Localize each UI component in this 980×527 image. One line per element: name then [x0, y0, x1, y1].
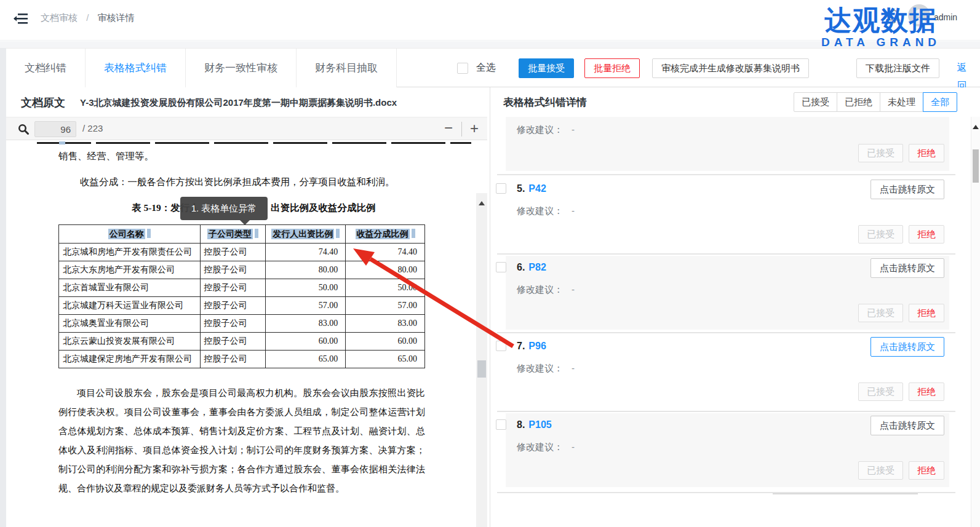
bell-icon[interactable]: [886, 8, 902, 25]
issue-page-link[interactable]: P42: [528, 183, 546, 194]
issue-card: 8.P105 点击跳转原文 修改建议：- 已接受 拒绝: [506, 413, 949, 487]
issue-title: 8.P105: [517, 419, 552, 430]
issue-checkbox[interactable]: [496, 419, 506, 430]
batch-accept-button[interactable]: 批量接受: [519, 58, 574, 78]
table-row: 北京城建保定房地产开发有限公司控股子公司65.0065.00: [59, 351, 425, 368]
doc-text-line: 销售、经营、管理等。: [58, 150, 154, 163]
tab-document-correction[interactable]: 文档纠错: [6, 49, 86, 87]
issue-card-active: 7.P96 点击跳转原文 修改建议：- 已接受 拒绝: [506, 335, 949, 408]
reject-button[interactable]: 拒绝: [909, 225, 944, 244]
actions-row: 已接受 拒绝: [858, 144, 944, 162]
item-separator: [497, 411, 955, 412]
breadcrumb: 文档审核 / 审核详情: [41, 12, 135, 24]
search-icon[interactable]: [17, 123, 30, 135]
panel-divider: [490, 87, 490, 527]
jump-to-source-button[interactable]: 点击跳转原文: [870, 416, 944, 435]
highlight-caret: [336, 229, 340, 238]
detail-panel-title: 表格格式纠错详情: [503, 95, 587, 109]
reject-button[interactable]: 拒绝: [909, 304, 944, 322]
breadcrumb-current: 审核详情: [98, 12, 135, 23]
jump-to-source-button[interactable]: 点击跳转原文: [870, 180, 944, 199]
highlight-caret: [412, 229, 415, 238]
issue-page-link[interactable]: P105: [528, 419, 551, 430]
table-caption-right: 出资比例及收益分成比例: [271, 202, 376, 215]
table-row: 北京城和房地产开发有限责任公司控股子公司74.4074.40: [59, 244, 425, 261]
suggestion-row: 修改建议：-: [517, 284, 575, 296]
tab-table-format-correction[interactable]: 表格格式纠错: [86, 49, 186, 87]
table-row: 北京城奥置业有限公司控股子公司83.0083.00: [59, 315, 425, 333]
item-separator: [497, 174, 955, 175]
filter-accepted[interactable]: 已接受: [794, 92, 837, 112]
document-pager-bar: / 223 − +: [6, 117, 487, 140]
issue-checkbox[interactable]: [496, 341, 506, 351]
suggestion-label: 修改建议：: [517, 124, 563, 135]
issue-checkbox[interactable]: [496, 262, 506, 272]
download-annotated-button[interactable]: 下载批注版文件: [856, 58, 939, 78]
issue-card-partial: 修改建议：- 已接受 拒绝: [506, 117, 949, 171]
table-header-cell: 公司名称: [59, 225, 201, 244]
status-filter-group: 已接受 已拒绝 未处理 全部: [794, 92, 957, 112]
table-header-cell: 子公司类型: [200, 225, 266, 244]
app-root: 文档审核 / 审核详情 admin 达观数据 DATA GRAND 文档纠错 表…: [0, 0, 980, 527]
suggestion-row: 修改建议：-: [517, 363, 575, 374]
jump-to-source-button[interactable]: 点击跳转原文: [870, 258, 944, 278]
collapse-menu-icon[interactable]: [12, 10, 30, 27]
tab-financial-consistency[interactable]: 财务一致性审核: [186, 49, 297, 87]
highlight-caret: [255, 229, 258, 238]
back-button[interactable]: 返回: [944, 58, 980, 78]
highlight-caret: [147, 229, 151, 238]
zoom-separator: [461, 122, 462, 137]
clipped-next-item-edge: [773, 493, 918, 494]
page-number-input[interactable]: [34, 121, 76, 137]
filter-all[interactable]: 全部: [923, 92, 957, 112]
zoom-out-button[interactable]: −: [440, 119, 456, 138]
batch-reject-button[interactable]: 批量拒绝: [584, 58, 640, 78]
filter-pending[interactable]: 未处理: [880, 92, 923, 112]
clipped-highlight-mark: [59, 141, 65, 145]
scrollbar-thumb[interactable]: [973, 149, 979, 183]
accepted-button[interactable]: 已接受: [858, 461, 903, 480]
reject-button[interactable]: 拒绝: [909, 461, 944, 480]
scroll-up-arrow-icon[interactable]: [479, 198, 485, 205]
accepted-button[interactable]: 已接受: [858, 382, 903, 401]
filter-rejected[interactable]: 已拒绝: [837, 92, 880, 112]
suggestion-value: -: [572, 284, 575, 295]
reject-button[interactable]: 拒绝: [909, 144, 944, 162]
suggestion-row: 修改建议：-: [517, 205, 575, 217]
jump-to-source-button-active[interactable]: 点击跳转原文: [870, 337, 944, 357]
table-row: 北京云蒙山投资发展有限公司控股子公司60.0060.00: [59, 333, 425, 351]
document-panel: 文档原文 Y-3北京城建投资发展股份有限公司2017年度第一期中期票据募集说明书…: [6, 87, 487, 527]
user-avatar[interactable]: [908, 4, 930, 26]
item-separator: [497, 253, 955, 255]
issue-list[interactable]: 修改建议：- 已接受 拒绝 5.P42 点击跳转原文 修改建议：- 已接受 拒绝: [492, 117, 980, 527]
suggestion-row: 修改建议：-: [517, 442, 575, 453]
scroll-up-arrow-icon[interactable]: [973, 122, 979, 129]
breadcrumb-section[interactable]: 文档审核: [41, 12, 78, 23]
doc-text-line: 收益分成：一般各合作方按出资比例承担成本费用，分享项目收益和利润。: [80, 176, 395, 189]
scrollbar-thumb[interactable]: [477, 360, 486, 378]
issue-page-link[interactable]: P96: [528, 341, 546, 351]
actions-row: 已接受 拒绝: [858, 382, 944, 401]
reject-button[interactable]: 拒绝: [909, 382, 944, 401]
zoom-in-button[interactable]: +: [466, 119, 482, 138]
suggestion-row: 修改建议：-: [517, 124, 575, 136]
tab-financial-subject-extraction[interactable]: 财务科目抽取: [297, 49, 397, 87]
clipped-previous-line: [37, 142, 471, 144]
username-label[interactable]: admin: [934, 12, 957, 22]
suggestion-value: -: [572, 363, 575, 373]
accepted-button[interactable]: 已接受: [858, 225, 903, 244]
anomaly-tooltip: 1. 表格单位异常: [180, 197, 268, 220]
list-scrollbar[interactable]: [971, 117, 980, 527]
document-viewer[interactable]: 销售、经营、管理等。 收益分成：一般各合作方按出资比例承担成本费用，分享项目收益…: [6, 140, 487, 527]
suggestion-label: 修改建议：: [517, 363, 563, 373]
issue-page-link[interactable]: P82: [528, 262, 546, 272]
finish-generate-button[interactable]: 审核完成并生成修改版募集说明书: [652, 58, 809, 78]
issue-title: 7.P96: [517, 341, 546, 352]
accepted-button[interactable]: 已接受: [858, 304, 903, 322]
accepted-button[interactable]: 已接受: [858, 144, 903, 162]
document-scrollbar[interactable]: [476, 193, 487, 527]
issue-checkbox[interactable]: [496, 183, 506, 194]
suggestion-value: -: [572, 442, 575, 452]
select-all-checkbox[interactable]: [457, 63, 468, 74]
tab-toolbar-row: 文档纠错 表格格式纠错 财务一致性审核 财务科目抽取 全选 批量接受 批量拒绝 …: [6, 48, 980, 87]
